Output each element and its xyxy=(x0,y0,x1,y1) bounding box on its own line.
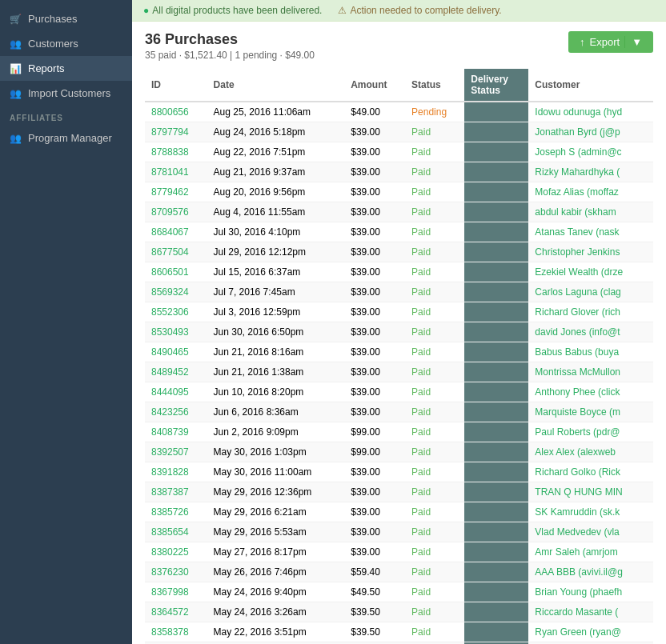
cell-id[interactable]: 8376230 xyxy=(145,562,207,582)
table-row: 8781041 Aug 21, 2016 9:37am $39.00 Paid … xyxy=(145,162,653,182)
cell-customer[interactable]: Idowu odunuga (hyd xyxy=(528,102,653,122)
cell-customer[interactable]: Carlos Laguna (clag xyxy=(528,282,653,302)
table-row: 8800656 Aug 25, 2016 11:06am $49.00 Pend… xyxy=(145,102,653,122)
cell-customer[interactable]: Mofaz Alias (moffaz xyxy=(528,182,653,202)
table-row: 8385726 May 29, 2016 6:21am $39.00 Paid … xyxy=(145,502,653,522)
table-row: 8364572 May 24, 2016 3:26am $39.50 Paid … xyxy=(145,602,653,622)
purchases-table: ID Date Amount Status DeliveryStatus Cus… xyxy=(145,69,653,644)
cell-amount: $39.00 xyxy=(344,142,405,162)
cell-customer[interactable]: Richard Glover (rich xyxy=(528,302,653,322)
cell-id[interactable]: 8367998 xyxy=(145,582,207,602)
cell-id[interactable]: 8709576 xyxy=(145,202,207,222)
cell-customer[interactable]: Ryan Green (ryan@ xyxy=(528,622,653,642)
cell-status: Paid xyxy=(405,502,464,522)
cell-customer[interactable]: Vlad Medvedev (vla xyxy=(528,522,653,542)
sidebar-item-reports[interactable]: 📊 Reports xyxy=(0,56,132,81)
cell-id[interactable]: 8677504 xyxy=(145,242,207,262)
cell-customer[interactable]: abdul kabir (skham xyxy=(528,202,653,222)
cell-customer[interactable]: Atanas Tanev (nask xyxy=(528,222,653,242)
cell-customer[interactable]: Rizky Mahardhyka ( xyxy=(528,162,653,182)
cell-date: May 30, 2016 11:00am xyxy=(207,462,345,482)
table-row: 8569324 Jul 7, 2016 7:45am $39.00 Paid C… xyxy=(145,282,653,302)
cell-amount: $59.40 xyxy=(344,562,405,582)
cell-customer[interactable]: AAA BBB (avivi.il@g xyxy=(528,562,653,582)
cell-id[interactable]: 8779462 xyxy=(145,182,207,202)
cell-customer[interactable]: Babus Babus (buya xyxy=(528,342,653,362)
cell-id[interactable]: 8800656 xyxy=(145,102,207,122)
cell-delivery xyxy=(464,142,528,162)
table-row: 8490465 Jun 21, 2016 8:16am $39.00 Paid … xyxy=(145,342,653,362)
cell-amount: $39.00 xyxy=(344,242,405,262)
col-status: Status xyxy=(405,69,464,102)
cell-id[interactable]: 8530493 xyxy=(145,322,207,342)
cell-customer[interactable]: Anthony Phee (click xyxy=(528,382,653,402)
cell-customer[interactable]: Riccardo Masante ( xyxy=(528,602,653,622)
table-row: 8684067 Jul 30, 2016 4:10pm $39.00 Paid … xyxy=(145,222,653,242)
export-caret[interactable]: ▼ xyxy=(624,36,642,48)
cell-customer[interactable]: SK Kamruddin (sk.k xyxy=(528,502,653,522)
cell-id[interactable]: 8684067 xyxy=(145,222,207,242)
cell-customer[interactable]: Ezekiel Wealth (drze xyxy=(528,262,653,282)
cell-delivery xyxy=(464,522,528,542)
cell-id[interactable]: 8364572 xyxy=(145,602,207,622)
cell-date: May 29, 2016 5:53am xyxy=(207,522,345,542)
cell-id[interactable]: 8606501 xyxy=(145,262,207,282)
table-row: 8423256 Jun 6, 2016 8:36am $39.00 Paid M… xyxy=(145,402,653,422)
cell-amount: $39.00 xyxy=(344,262,405,282)
cell-status: Paid xyxy=(405,242,464,262)
cell-customer[interactable]: Christopher Jenkins xyxy=(528,242,653,262)
cell-delivery xyxy=(464,562,528,582)
col-customer: Customer xyxy=(528,69,653,102)
cell-id[interactable]: 8385726 xyxy=(145,502,207,522)
cell-customer[interactable]: TRAN Q HUNG MIN xyxy=(528,482,653,502)
cell-id[interactable]: 8423256 xyxy=(145,402,207,422)
export-button[interactable]: ↑ Export ▼ xyxy=(568,31,653,53)
cell-date: Jun 10, 2016 8:20pm xyxy=(207,382,345,402)
cell-customer[interactable]: Amr Saleh (amrjom xyxy=(528,542,653,562)
cell-customer[interactable]: Joseph S (admin@c xyxy=(528,142,653,162)
cell-status: Paid xyxy=(405,482,464,502)
cell-delivery xyxy=(464,502,528,522)
purchases-header: 36 Purchases 35 paid · $1,521.40 | 1 pen… xyxy=(145,31,653,61)
cell-customer[interactable]: Montrissa McMullon xyxy=(528,362,653,382)
cell-amount: $49.50 xyxy=(344,582,405,602)
main-content: ● All digital products have been deliver… xyxy=(132,0,666,644)
warning-icon: ⚠ xyxy=(338,5,347,16)
cell-id[interactable]: 8552306 xyxy=(145,302,207,322)
cell-id[interactable]: 8408739 xyxy=(145,422,207,442)
cell-customer[interactable]: Marquiste Boyce (m xyxy=(528,402,653,422)
top-banner: ● All digital products have been deliver… xyxy=(132,0,666,22)
sidebar-item-import-customers[interactable]: 👥 Import Customers xyxy=(0,81,132,106)
cell-customer[interactable]: Richard Golko (Rick xyxy=(528,462,653,482)
cell-id[interactable]: 8569324 xyxy=(145,282,207,302)
cell-id[interactable]: 8391828 xyxy=(145,462,207,482)
cell-id[interactable]: 8385654 xyxy=(145,522,207,542)
sidebar-item-purchases[interactable]: 🛒 Purchases xyxy=(0,6,132,31)
cell-customer[interactable]: david Jones (info@t xyxy=(528,322,653,342)
sidebar-item-program-manager[interactable]: 👥 Program Manager xyxy=(0,126,132,150)
sidebar-item-customers[interactable]: 👥 Customers xyxy=(0,31,132,56)
cell-customer[interactable]: Jonathan Byrd (j@p xyxy=(528,122,653,142)
cell-id[interactable]: 8444095 xyxy=(145,382,207,402)
cell-status: Paid xyxy=(405,602,464,622)
cell-date: Aug 20, 2016 9:56pm xyxy=(207,182,345,202)
col-delivery: DeliveryStatus xyxy=(464,69,528,102)
table-row: 8385654 May 29, 2016 5:53am $39.00 Paid … xyxy=(145,522,653,542)
cell-id[interactable]: 8358378 xyxy=(145,622,207,642)
cell-status: Paid xyxy=(405,162,464,182)
cell-id[interactable]: 8788838 xyxy=(145,142,207,162)
cell-id[interactable]: 8489452 xyxy=(145,362,207,382)
cell-status: Paid xyxy=(405,622,464,642)
cell-id[interactable]: 8380225 xyxy=(145,542,207,562)
cell-customer[interactable]: Paul Roberts (pdr@ xyxy=(528,422,653,442)
cell-id[interactable]: 8387387 xyxy=(145,482,207,502)
cell-customer[interactable]: Brian Young (phaefh xyxy=(528,582,653,602)
cell-date: May 29, 2016 12:36pm xyxy=(207,482,345,502)
cell-customer[interactable]: Alex Alex (alexweb xyxy=(528,442,653,462)
cell-date: Jun 21, 2016 8:16am xyxy=(207,342,345,362)
cell-amount: $49.00 xyxy=(344,102,405,122)
cell-id[interactable]: 8797794 xyxy=(145,122,207,142)
cell-id[interactable]: 8490465 xyxy=(145,342,207,362)
cell-id[interactable]: 8392507 xyxy=(145,442,207,462)
cell-id[interactable]: 8781041 xyxy=(145,162,207,182)
